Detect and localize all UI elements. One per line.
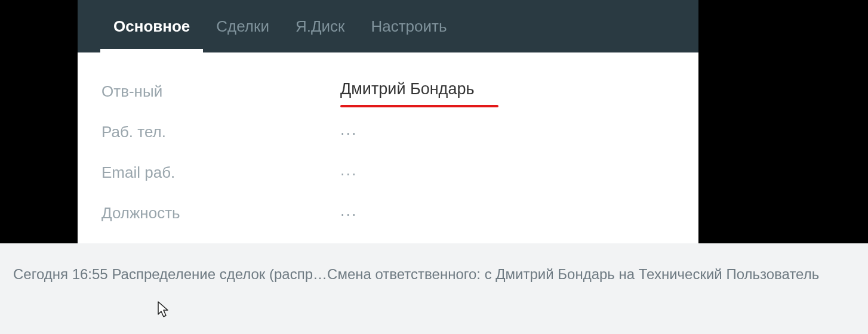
- tab-main[interactable]: Основное: [100, 0, 203, 52]
- activity-footer: Сегодня 16:55 Распределение сделок (расп…: [0, 243, 868, 334]
- notification-message: Смена ответственного: с Дмитрий Бондарь …: [327, 266, 819, 282]
- field-position: Должность ...: [101, 202, 675, 242]
- notification-entry[interactable]: Сегодня 16:55 Распределение сделок (расп…: [13, 266, 855, 283]
- field-responsible: Отв-ный Дмитрий Бондарь: [101, 80, 675, 120]
- cursor-icon: [158, 301, 172, 320]
- field-value-work-email[interactable]: ...: [340, 161, 358, 180]
- field-label: Отв-ный: [101, 80, 340, 101]
- field-label: Раб. тел.: [101, 120, 340, 141]
- field-label: Должность: [101, 202, 340, 222]
- notification-time: Сегодня 16:55: [13, 266, 112, 282]
- field-value-work-phone[interactable]: ...: [340, 120, 358, 139]
- notification-process: Распределение сделок (распр…: [112, 266, 327, 282]
- details-section: Отв-ный Дмитрий Бондарь Раб. тел. ... Em…: [78, 52, 698, 260]
- field-value-responsible[interactable]: Дмитрий Бондарь: [340, 80, 474, 98]
- contact-panel: Основное Сделки Я.Диск Настроить Отв-ный…: [78, 0, 698, 260]
- field-work-phone: Раб. тел. ...: [101, 120, 675, 161]
- tab-bar: Основное Сделки Я.Диск Настроить: [78, 0, 698, 52]
- tab-configure[interactable]: Настроить: [358, 0, 460, 52]
- tab-yadisk[interactable]: Я.Диск: [282, 0, 358, 52]
- field-value-position[interactable]: ...: [340, 202, 358, 220]
- annotation-underline: [340, 105, 498, 107]
- field-label: Email раб.: [101, 161, 340, 182]
- responsible-name: Дмитрий Бондарь: [340, 80, 474, 98]
- field-work-email: Email раб. ...: [101, 161, 675, 202]
- tab-deals[interactable]: Сделки: [203, 0, 282, 52]
